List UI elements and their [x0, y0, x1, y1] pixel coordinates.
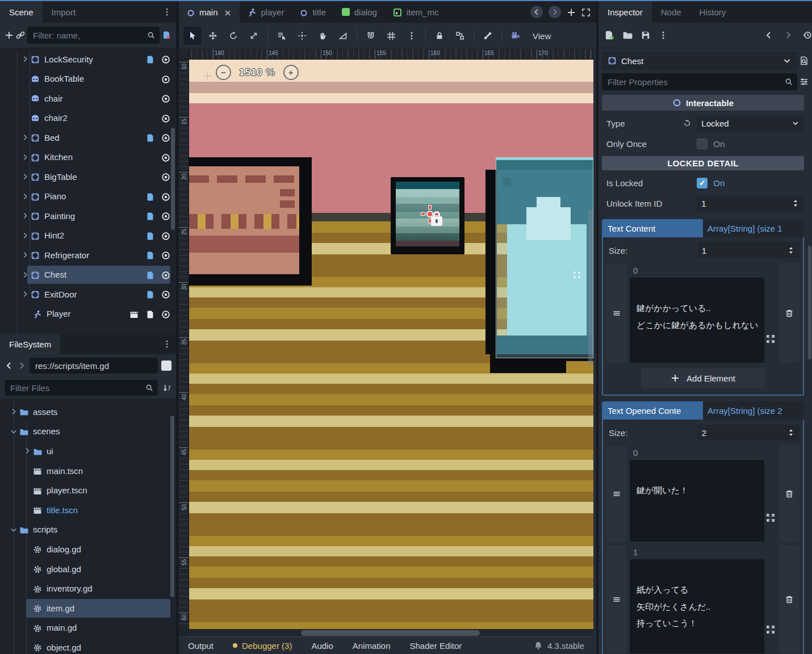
view-menu-button[interactable]: View — [527, 27, 556, 45]
zoom-out-button[interactable]: − — [216, 65, 231, 80]
viewport-vscrollbar[interactable] — [588, 209, 593, 366]
script-icon[interactable] — [145, 211, 154, 221]
file-row-global.gd[interactable]: global.gd — [0, 559, 176, 579]
grid-snap-button[interactable] — [382, 27, 400, 45]
scene-filter-field[interactable] — [27, 27, 160, 44]
delete-element-button[interactable] — [779, 263, 800, 363]
scene-node-row-exitdoor[interactable]: ExitDoor — [0, 284, 176, 304]
visibility-eye-icon[interactable] — [161, 211, 170, 221]
delete-element-button[interactable] — [779, 446, 800, 542]
expand-arrow-icon[interactable] — [19, 173, 31, 181]
script-icon[interactable] — [145, 309, 154, 319]
new-resource-icon[interactable] — [604, 30, 614, 40]
toggle-split-mode-button[interactable] — [161, 360, 171, 371]
scene-node-row-locksecurity[interactable]: LockSecurity — [0, 49, 176, 69]
string-element-textarea[interactable]: 紙が入ってる 矢印がたくさんだ.. 持っていこう！ — [630, 559, 776, 653]
snap-options-dots[interactable] — [403, 27, 421, 45]
visibility-eye-icon[interactable] — [161, 54, 170, 64]
delete-element-button[interactable] — [779, 545, 800, 653]
pan-tool-button[interactable] — [313, 27, 332, 45]
tab-import[interactable]: Import — [43, 1, 85, 23]
only-once-checkbox[interactable] — [697, 139, 708, 149]
scene-node-row-kitchen[interactable]: Kitchen — [0, 148, 176, 167]
expand-textarea-icon[interactable] — [766, 334, 775, 343]
array-size-field[interactable]: 1 — [697, 242, 800, 258]
ruler-tool-button[interactable] — [334, 27, 352, 45]
visibility-eye-icon[interactable] — [161, 113, 170, 123]
rotate-tool-button[interactable] — [224, 27, 242, 45]
text-content-type[interactable]: Array[String] (size 1 — [703, 219, 804, 237]
resource-menu-dots[interactable] — [659, 31, 668, 40]
expand-arrow-icon[interactable] — [19, 232, 31, 240]
script-icon[interactable] — [145, 54, 154, 64]
expand-arrow-icon[interactable] — [19, 290, 31, 298]
instance-scene-button[interactable] — [16, 26, 25, 44]
skeleton-options-button[interactable] — [479, 27, 497, 45]
dock-divider[interactable] — [176, 0, 179, 654]
revert-icon[interactable] — [683, 119, 691, 127]
file-sort-icon[interactable] — [162, 383, 171, 392]
move-tool-button[interactable] — [204, 27, 222, 45]
visibility-eye-icon[interactable] — [161, 74, 170, 84]
filesystem-tab[interactable]: FileSystem — [0, 334, 60, 354]
file-row-main.gd[interactable]: main.gd — [0, 618, 176, 638]
inspector-forward-icon[interactable] — [784, 31, 793, 40]
file-row-object.gd[interactable]: object.gd — [0, 638, 176, 654]
scene-node-row-chair2[interactable]: chair2 — [0, 108, 176, 128]
tab-inspector[interactable]: Inspector — [598, 1, 652, 23]
expand-arrow-icon[interactable] — [19, 251, 31, 259]
drag-handle[interactable] — [606, 446, 627, 542]
expand-arrow-icon[interactable] — [19, 271, 31, 279]
is-locked-checkbox[interactable]: ✓ — [697, 178, 708, 188]
file-row-scripts[interactable]: scripts — [0, 520, 176, 540]
lock-node-button[interactable] — [430, 27, 449, 45]
expand-arrow-icon[interactable] — [19, 192, 31, 200]
file-row-inventory.gd[interactable]: inventory.gd — [0, 578, 176, 598]
scene-node-row-painting[interactable]: Painting — [0, 206, 176, 226]
add-element-button[interactable]: Add Element — [641, 368, 765, 388]
scene-node-row-refrigerator[interactable]: Refrigerator — [0, 245, 176, 265]
new-scene-tab-button[interactable] — [567, 7, 576, 17]
scene-tab-dialog[interactable]: dialog — [334, 1, 385, 23]
scene-panel-menu-dots[interactable] — [162, 1, 176, 23]
filter-files-field[interactable] — [5, 380, 158, 396]
bottom-panel-shader-editor[interactable]: Shader Editor — [410, 641, 462, 651]
spinner-icon[interactable] — [792, 199, 800, 207]
script-icon[interactable] — [145, 230, 154, 241]
inspector-back-icon[interactable] — [764, 31, 773, 40]
string-element-textarea[interactable]: 鍵がかかっている.. どこかに鍵があるかもしれない — [630, 278, 776, 363]
drag-handle[interactable] — [606, 263, 627, 363]
spinner-icon[interactable] — [787, 246, 795, 254]
current-path-input[interactable] — [34, 360, 153, 371]
visibility-eye-icon[interactable] — [161, 309, 170, 319]
scene-node-row-chair[interactable]: chair — [0, 89, 176, 108]
scene-node-row-booktable[interactable]: BookTable — [0, 69, 176, 89]
expand-arrow-icon[interactable] — [19, 55, 31, 63]
bottom-panel-audio[interactable]: Audio — [311, 641, 333, 651]
file-row-item.gd[interactable]: item.gd — [0, 598, 176, 618]
expand-arrow-icon[interactable] — [19, 212, 31, 220]
type-dropdown[interactable]: Locked — [697, 115, 804, 131]
text-opened-property-button[interactable]: Text Opened Conte — [602, 401, 703, 420]
history-forward-icon[interactable] — [17, 361, 26, 370]
smart-snap-button[interactable] — [362, 27, 380, 45]
tab-history[interactable]: History — [690, 1, 735, 23]
file-row-assets[interactable]: assets — [0, 402, 176, 422]
filesystem-menu-dots[interactable] — [162, 339, 176, 349]
expand-textarea-icon[interactable] — [766, 625, 775, 634]
visibility-eye-icon[interactable] — [161, 93, 170, 103]
edited-node-selector[interactable]: Chest — [602, 52, 797, 70]
detach-script-button[interactable] — [162, 26, 171, 44]
viewport-hscrollbar[interactable] — [189, 629, 593, 637]
scene-tab-title[interactable]: title — [292, 1, 333, 23]
bottom-panel-debugger-3-[interactable]: Debugger (3) — [233, 641, 292, 651]
next-scene-tab-button[interactable] — [549, 6, 561, 18]
close-icon[interactable] — [224, 7, 232, 16]
file-row-title.tscn[interactable]: title.tscn — [0, 500, 176, 520]
animation-icon[interactable] — [129, 309, 139, 319]
visibility-eye-icon[interactable] — [161, 289, 170, 299]
filter-properties-input[interactable] — [606, 77, 785, 87]
save-resource-icon[interactable] — [641, 30, 651, 40]
expand-arrow-icon[interactable] — [19, 133, 31, 141]
visibility-eye-icon[interactable] — [161, 230, 170, 241]
